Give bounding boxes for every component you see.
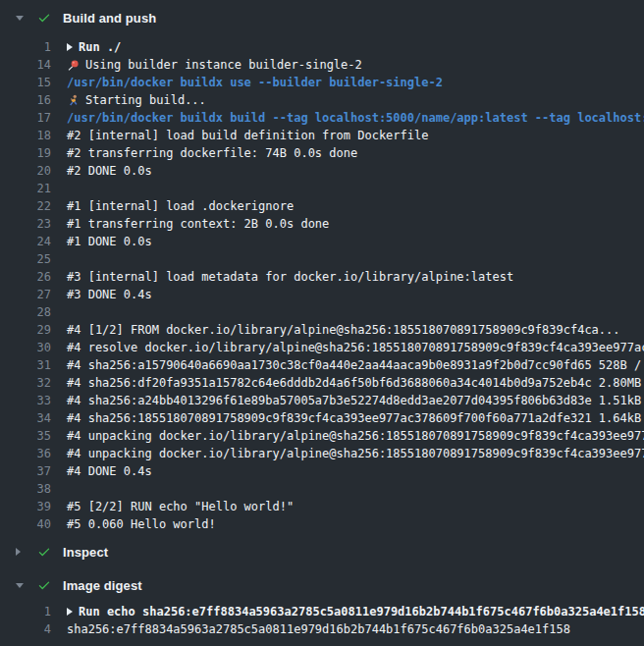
line-content: #2 DONE 0.0s bbox=[51, 162, 644, 180]
log-image-digest: 1Run echo sha256:e7ff8834a5963a2785c5a08… bbox=[0, 603, 644, 638]
line-text: #4 sha256:185518070891758909c9f839cf4ca3… bbox=[67, 409, 644, 427]
line-number[interactable]: 39 bbox=[0, 498, 51, 515]
line-content: #1 [internal] load .dockerignore bbox=[51, 197, 644, 215]
line-text: #4 resolve docker.io/library/alpine@sha2… bbox=[67, 339, 644, 356]
line-content: #5 [2/2] RUN echo "Hello world!" bbox=[51, 498, 644, 515]
line-content bbox=[51, 250, 644, 268]
log-line: 39#5 [2/2] RUN echo "Hello world!" bbox=[0, 498, 644, 515]
line-number[interactable]: 24 bbox=[0, 233, 51, 250]
log-line: 15/usr/bin/docker buildx use --builder b… bbox=[0, 74, 644, 91]
check-success-icon bbox=[37, 578, 51, 592]
line-number[interactable]: 33 bbox=[0, 392, 51, 409]
line-number[interactable]: 1 bbox=[0, 38, 51, 56]
line-number[interactable]: 23 bbox=[0, 215, 51, 233]
line-text: #4 sha256:df20fa9351a15782c64e6dddb2d4a6… bbox=[67, 374, 644, 392]
line-number[interactable]: 34 bbox=[0, 409, 51, 427]
log-line: 1Run echo sha256:e7ff8834a5963a2785c5a08… bbox=[0, 603, 644, 620]
log-line: 34#4 sha256:185518070891758909c9f839cf4c… bbox=[0, 409, 644, 427]
line-text: #2 [internal] load build definition from… bbox=[67, 127, 428, 144]
chevron-down-icon bbox=[16, 583, 26, 588]
line-number[interactable]: 20 bbox=[0, 162, 51, 180]
log-line: 4sha256:e7ff8834a5963a2785c5a0811e979d16… bbox=[0, 620, 644, 638]
log-line: 29#4 [1/2] FROM docker.io/library/alpine… bbox=[0, 321, 644, 339]
line-text: #2 DONE 0.0s bbox=[67, 162, 152, 180]
line-number[interactable]: 40 bbox=[0, 515, 51, 533]
line-text: #4 sha256:a24bb4013296f61e89ba57005a7b3e… bbox=[67, 392, 644, 409]
line-text: #2 transferring dockerfile: 74B 0.0s don… bbox=[67, 144, 357, 162]
line-number[interactable]: 29 bbox=[0, 321, 51, 339]
line-content bbox=[51, 480, 644, 498]
line-number[interactable]: 37 bbox=[0, 462, 51, 480]
log-line: 26#3 [internal] load metadata for docker… bbox=[0, 268, 644, 286]
check-success-icon bbox=[37, 11, 51, 25]
line-content: #1 transferring context: 2B 0.0s done bbox=[51, 215, 644, 233]
line-number[interactable]: 14 bbox=[0, 56, 51, 74]
line-text: #4 sha256:a15790640a6690aa1730c38cf0a440… bbox=[67, 356, 644, 374]
line-number[interactable]: 25 bbox=[0, 250, 51, 268]
line-text: #4 [1/2] FROM docker.io/library/alpine@s… bbox=[67, 321, 620, 339]
log-build-and-push: 1Run ./14Using builder instance builder-… bbox=[0, 38, 644, 533]
line-number[interactable]: 36 bbox=[0, 445, 51, 462]
line-content: #4 DONE 0.4s bbox=[51, 462, 644, 480]
line-content: #4 sha256:df20fa9351a15782c64e6dddb2d4a6… bbox=[51, 374, 644, 392]
log-line: 20#2 DONE 0.0s bbox=[0, 162, 644, 180]
line-content: Starting build... bbox=[51, 91, 644, 109]
line-content: #4 sha256:a24bb4013296f61e89ba57005a7b3e… bbox=[51, 392, 644, 409]
line-content: #2 transferring dockerfile: 74B 0.0s don… bbox=[51, 144, 644, 162]
line-number[interactable]: 18 bbox=[0, 127, 51, 144]
step-header-image-digest[interactable]: Image digest bbox=[0, 575, 644, 595]
step-title: Build and push bbox=[63, 11, 156, 26]
line-content: #4 [1/2] FROM docker.io/library/alpine@s… bbox=[51, 321, 644, 339]
line-number[interactable]: 31 bbox=[0, 356, 51, 374]
line-number[interactable]: 15 bbox=[0, 74, 51, 91]
step-header-inspect[interactable]: Inspect bbox=[0, 542, 644, 562]
expand-group-icon[interactable] bbox=[67, 608, 73, 616]
line-number[interactable]: 26 bbox=[0, 268, 51, 286]
line-content[interactable]: Run echo sha256:e7ff8834a5963a2785c5a081… bbox=[51, 603, 644, 620]
line-number[interactable]: 35 bbox=[0, 427, 51, 445]
log-line: 33#4 sha256:a24bb4013296f61e89ba57005a7b… bbox=[0, 392, 644, 409]
line-text: #1 DONE 0.0s bbox=[67, 233, 152, 250]
line-number[interactable]: 30 bbox=[0, 339, 51, 356]
log-line: 31#4 sha256:a15790640a6690aa1730c38cf0a4… bbox=[0, 356, 644, 374]
line-number[interactable]: 19 bbox=[0, 144, 51, 162]
line-number[interactable]: 38 bbox=[0, 480, 51, 498]
line-content: /usr/bin/docker buildx use --builder bui… bbox=[51, 74, 644, 91]
step-header-build-and-push[interactable]: Build and push bbox=[0, 8, 644, 27]
log-line: 16Starting build... bbox=[0, 91, 644, 109]
line-number[interactable]: 4 bbox=[0, 620, 51, 638]
log-line: 36#4 unpacking docker.io/library/alpine@… bbox=[0, 445, 644, 462]
step-title: Inspect bbox=[63, 545, 108, 560]
log-line: 19#2 transferring dockerfile: 74B 0.0s d… bbox=[0, 144, 644, 162]
log-line: 1Run ./ bbox=[0, 38, 644, 56]
line-number[interactable]: 16 bbox=[0, 91, 51, 109]
chevron-down-icon bbox=[16, 16, 26, 21]
line-number[interactable]: 32 bbox=[0, 374, 51, 392]
line-number[interactable]: 22 bbox=[0, 197, 51, 215]
line-number[interactable]: 21 bbox=[0, 180, 51, 197]
log-line: 25 bbox=[0, 250, 644, 268]
line-text: #1 transferring context: 2B 0.0s done bbox=[67, 215, 329, 233]
log-line: 18#2 [internal] load build definition fr… bbox=[0, 127, 644, 144]
line-number[interactable]: 17 bbox=[0, 109, 51, 127]
log-line: 22#1 [internal] load .dockerignore bbox=[0, 197, 644, 215]
line-text: #1 [internal] load .dockerignore bbox=[67, 197, 294, 215]
log-line: 32#4 sha256:df20fa9351a15782c64e6dddb2d4… bbox=[0, 374, 644, 392]
line-content: Using builder instance builder-single-2 bbox=[51, 56, 644, 74]
line-content: #4 sha256:185518070891758909c9f839cf4ca3… bbox=[51, 409, 644, 427]
expand-group-icon[interactable] bbox=[67, 43, 73, 51]
line-text: #5 0.060 Hello world! bbox=[67, 515, 216, 533]
line-content: #3 DONE 0.4s bbox=[51, 286, 644, 303]
log-line: 14Using builder instance builder-single-… bbox=[0, 56, 644, 74]
line-text: Run echo sha256:e7ff8834a5963a2785c5a081… bbox=[79, 603, 644, 620]
line-text: Starting build... bbox=[85, 91, 206, 109]
line-number[interactable]: 27 bbox=[0, 286, 51, 303]
log-line: 23#1 transferring context: 2B 0.0s done bbox=[0, 215, 644, 233]
log-line: 35#4 unpacking docker.io/library/alpine@… bbox=[0, 427, 644, 445]
line-content[interactable]: Run ./ bbox=[51, 38, 644, 56]
line-text: #3 DONE 0.4s bbox=[67, 286, 152, 303]
line-number[interactable]: 28 bbox=[0, 303, 51, 321]
line-content: #4 unpacking docker.io/library/alpine@sh… bbox=[51, 445, 644, 462]
line-number[interactable]: 1 bbox=[0, 603, 51, 620]
line-content: #2 [internal] load build definition from… bbox=[51, 127, 644, 144]
